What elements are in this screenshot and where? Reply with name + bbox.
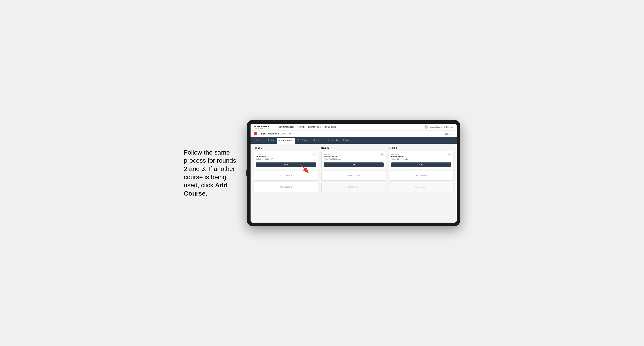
round-2-card-controls: ⧉ [380, 153, 384, 156]
nav-rankings[interactable]: RANKINGS [324, 125, 336, 129]
round-3-add-course-text-2: Add Course + [415, 186, 428, 188]
round-1-course-details: Yellow (M) (6629 yds) [256, 158, 273, 160]
user-email: blair@clippd.io [430, 126, 443, 128]
round-3-card-controls: ⧉ [448, 153, 451, 156]
logo-title: SCOREBOARD [254, 125, 271, 128]
rounds-grid: Round 1 (Course A) Peachtree GC Yellow (… [254, 147, 454, 194]
round-3-course-name: Peachtree GC [391, 155, 408, 158]
round-1-add-course-2[interactable]: Add Course + [254, 182, 318, 192]
tablet-screen: SCOREBOARD Powered by clippd TOURNAMENTS… [250, 124, 457, 223]
round-2-course-name: Peachtree GC [324, 155, 341, 158]
round-2-title: Round 2 [322, 147, 386, 149]
round-3-add-course-1[interactable]: Add Course + [389, 171, 454, 180]
sub-nav: C Clippd Invitational (Men) Hosting Canc… [250, 131, 457, 137]
nav-tournaments[interactable]: TOURNAMENTS [277, 125, 294, 129]
round-3-column: Round 3 (Course A) Peachtree GC Yellow (… [389, 147, 454, 194]
nav-avatar [424, 125, 428, 129]
tab-printables[interactable]: Printables [340, 137, 355, 143]
logo-sub: Powered by clippd [254, 128, 271, 129]
round-2-add-course-2: Add Course + [322, 182, 386, 192]
round-2-edit-button[interactable]: Edit [324, 163, 384, 167]
round-1-course-card: (Course A) Peachtree GC Yellow (M) (6629… [254, 151, 318, 169]
nav-links: TOURNAMENTS TEAMS COMMITTEE RANKINGS [277, 125, 420, 129]
nav-committee[interactable]: COMMITTEE [308, 125, 321, 129]
round-2-add-course-1[interactable]: Add Course + [322, 171, 386, 180]
round-2-plus-icon-1: + [358, 174, 360, 177]
round-3-edit-button[interactable]: Edit [391, 163, 451, 167]
tab-details[interactable]: Details [254, 137, 265, 143]
round-3-plus-icon-1: + [426, 174, 428, 177]
logo-area: SCOREBOARD Powered by clippd [254, 125, 271, 129]
round-1-course-info: (Course A) Peachtree GC Yellow (M) (6629… [256, 153, 273, 162]
round-1-card-header: (Course A) Peachtree GC Yellow (M) (6629… [256, 153, 316, 162]
tab-leaderboards[interactable]: Leaderboards [323, 137, 340, 143]
round-1-column: Round 1 (Course A) Peachtree GC Yellow (… [254, 147, 318, 194]
top-nav: SCOREBOARD Powered by clippd TOURNAMENTS… [250, 124, 457, 131]
round-3-title: Round 3 [389, 147, 454, 149]
round-3-course-info: (Course A) Peachtree GC Yellow (M) (6629… [391, 153, 408, 162]
round-3-copy-btn[interactable]: ⧉ [448, 153, 451, 156]
round-1-add-course-text-1: Add Course + [280, 174, 292, 177]
round-3-card-header: (Course A) Peachtree GC Yellow (M) (6629… [391, 153, 451, 162]
tab-tee-groups[interactable]: Tee Groups [295, 137, 311, 143]
tournament-type: (Men) [281, 133, 286, 135]
tablet-frame: SCOREBOARD Powered by clippd TOURNAMENTS… [247, 120, 460, 226]
round-2-course-info: (Course A) Peachtree GC Yellow (M) (6629… [324, 153, 341, 162]
round-1-add-course-text-2: Add Course + [280, 186, 292, 188]
sub-nav-left: C Clippd Invitational (Men) Hosting [254, 132, 294, 136]
round-2-course-card: (Course A) Peachtree GC Yellow (M) (6629… [322, 151, 386, 169]
page-wrapper: Follow the same process for rounds 2 and… [184, 120, 460, 226]
round-1-course-name: Peachtree GC [256, 155, 273, 158]
sign-out-link[interactable]: Sign out [446, 126, 454, 128]
tab-bar: Details Teams Course Setup Tee Groups Re… [250, 137, 457, 144]
nav-teams[interactable]: TEAMS [297, 125, 305, 129]
main-content: Round 1 (Course A) Peachtree GC Yellow (… [250, 144, 457, 223]
round-2-course-details: Yellow (M) (6629 yds) [324, 158, 341, 160]
round-3-course-label: (Course A) [391, 153, 408, 155]
round-1-plus-icon-2: + [291, 186, 292, 188]
instruction-text: Follow the same process for rounds 2 and… [184, 149, 239, 198]
round-3-plus-icon-2: + [426, 186, 428, 188]
clippd-logo: C [254, 132, 257, 136]
round-3-course-card: (Course A) Peachtree GC Yellow (M) (6629… [389, 151, 454, 169]
nav-separator: | [444, 126, 445, 128]
round-1-card-controls: ⧉ [313, 153, 316, 156]
round-3-add-course-text-1: Add Course + [415, 174, 428, 177]
round-2-course-label: (Course A) [324, 153, 341, 155]
round-1-add-course-1[interactable]: Add Course + [254, 171, 318, 180]
tournament-name: Clippd Invitational [259, 132, 279, 135]
round-1-copy-btn[interactable]: ⧉ [313, 153, 316, 156]
round-3-add-course-2: Add Course + [389, 182, 454, 192]
round-2-add-course-text-2: Add Course + [347, 186, 360, 188]
add-course-bold: Add Course. [184, 181, 227, 197]
tab-course-setup[interactable]: Course Setup [276, 138, 295, 144]
round-1-edit-button[interactable]: Edit [256, 163, 316, 167]
round-2-column: Round 2 (Course A) Peachtree GC Yellow (… [322, 147, 386, 194]
tablet-side-button [246, 170, 247, 176]
round-2-plus-icon-2: + [358, 186, 360, 188]
hosting-badge: Hosting [288, 133, 294, 135]
nav-right: blair@clippd.io | Sign out [424, 125, 454, 129]
tab-teams[interactable]: Teams [265, 137, 276, 143]
round-2-add-course-text-1: Add Course + [347, 174, 360, 177]
cancel-button[interactable]: Cancel ✕ [444, 133, 454, 135]
round-1-course-label: (Course A) [256, 153, 273, 155]
tab-results[interactable]: Results [311, 137, 323, 143]
round-1-title: Round 1 [254, 147, 318, 149]
round-3-course-details: Yellow (M) (6629 yds) [391, 158, 408, 160]
cancel-area: Cancel ✕ [444, 132, 454, 136]
round-2-copy-btn[interactable]: ⧉ [380, 153, 384, 156]
round-1-plus-icon-1: + [291, 174, 292, 177]
round-2-card-header: (Course A) Peachtree GC Yellow (M) (6629… [324, 153, 384, 162]
